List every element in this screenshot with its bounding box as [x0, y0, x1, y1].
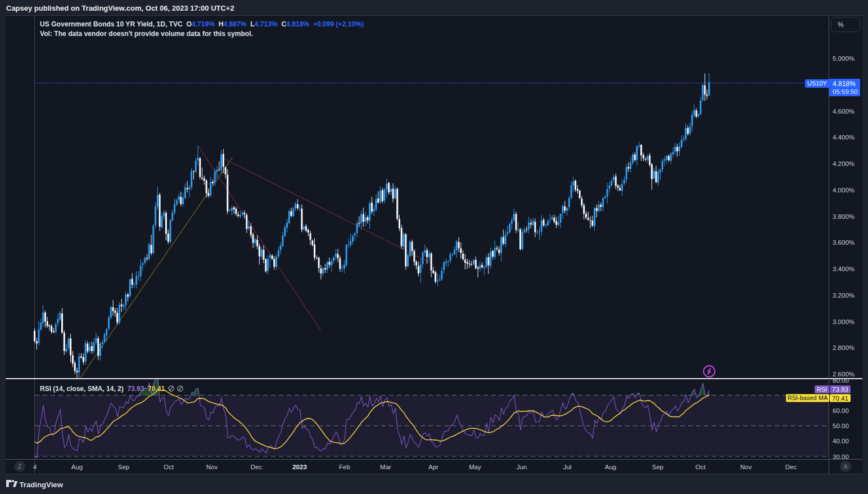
svg-text:4.200%: 4.200% [833, 160, 855, 167]
svg-text:May: May [469, 464, 481, 470]
svg-text:4.600%: 4.600% [833, 108, 855, 115]
svg-text:RSI: RSI [817, 386, 827, 393]
svg-text:Aug: Aug [605, 464, 616, 470]
svg-text:Nov: Nov [206, 464, 218, 470]
svg-text:40.00: 40.00 [833, 438, 849, 444]
svg-text:Oct: Oct [164, 464, 174, 470]
svg-text:3.400%: 3.400% [833, 266, 855, 272]
svg-text:73.93: 73.93 [832, 386, 848, 393]
svg-text:TradingView: TradingView [20, 480, 64, 489]
svg-text:30.00: 30.00 [833, 453, 849, 460]
svg-text:05:59:50: 05:59:50 [833, 88, 858, 95]
svg-text:Dec: Dec [785, 464, 797, 470]
svg-text:4: 4 [33, 464, 37, 470]
svg-text:Feb: Feb [339, 464, 350, 470]
svg-text:60.00: 60.00 [833, 407, 849, 414]
svg-text:Sep: Sep [118, 464, 129, 470]
svg-text:4.400%: 4.400% [833, 134, 855, 141]
svg-text:3.800%: 3.800% [833, 213, 855, 220]
svg-text:Vol: The data vendor doesn't p: Vol: The data vendor doesn't provide vol… [40, 30, 253, 38]
svg-text:2.800%: 2.800% [833, 344, 855, 351]
svg-text:RSI (14, close, SMA, 14, 2) 7: RSI (14, close, SMA, 14, 2) 73.93 70.41 [40, 385, 165, 393]
svg-text:5.000%: 5.000% [833, 55, 855, 62]
svg-text:%: % [838, 21, 844, 29]
svg-text:Sep: Sep [652, 464, 663, 470]
svg-text:RSI-based MA: RSI-based MA [788, 394, 828, 401]
svg-text:Aug: Aug [71, 464, 83, 470]
svg-text:80.00: 80.00 [833, 377, 849, 384]
svg-text:Apr: Apr [428, 464, 438, 470]
svg-text:4.818%: 4.818% [833, 80, 856, 88]
svg-text:50.00: 50.00 [833, 423, 849, 429]
svg-text:2023: 2023 [292, 464, 307, 470]
svg-text:3.600%: 3.600% [833, 239, 855, 246]
svg-text:70.41: 70.41 [832, 395, 848, 402]
svg-text:Capsey published on TradingVie: Capsey published on TradingView.com, Oct… [6, 4, 234, 12]
svg-text:Z: Z [18, 463, 22, 470]
svg-text:Dec: Dec [251, 464, 263, 470]
svg-text:Nov: Nov [740, 464, 752, 470]
svg-text:Jul: Jul [563, 464, 572, 470]
svg-text:Mar: Mar [380, 464, 391, 470]
svg-text:3.200%: 3.200% [833, 292, 855, 299]
svg-text:US10Y: US10Y [807, 80, 828, 87]
svg-text:Jun: Jun [517, 464, 527, 470]
svg-text:Oct: Oct [695, 464, 706, 470]
svg-text:US Government Bonds 10 YR Yiel: US Government Bonds 10 YR Yield, 1D, TVC… [40, 20, 364, 28]
svg-text:4.000%: 4.000% [833, 187, 855, 194]
svg-text:3.000%: 3.000% [833, 318, 855, 325]
svg-text:A: A [843, 463, 848, 470]
